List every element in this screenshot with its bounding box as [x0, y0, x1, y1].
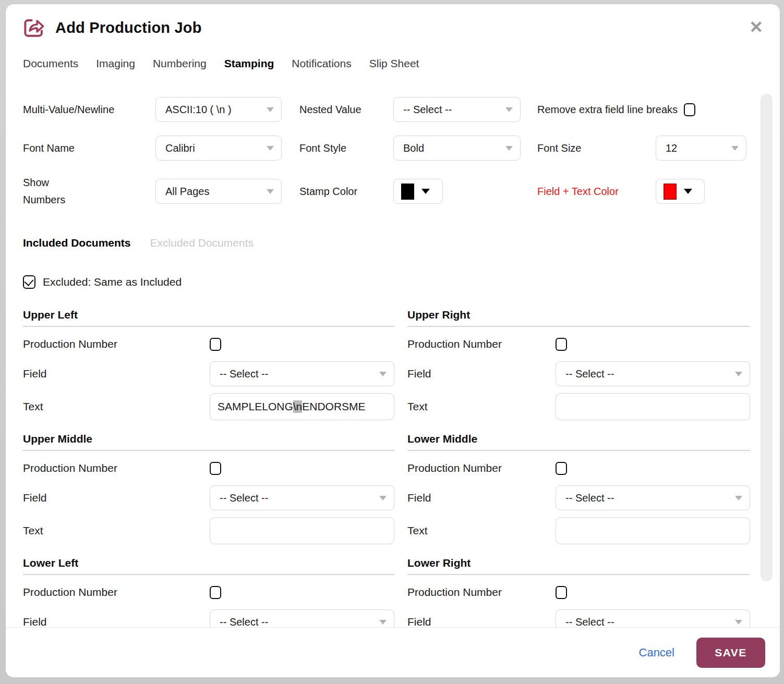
- remove-breaks-row: Remove extra field line breaks: [537, 103, 756, 116]
- text-input[interactable]: SAMPLELONG\nENDORSME: [210, 393, 394, 420]
- font-size-select[interactable]: 12: [656, 136, 746, 161]
- font-size-label: Font Size: [537, 142, 656, 154]
- modal-footer: Cancel SAVE: [6, 627, 780, 677]
- section-title: Upper Left: [23, 309, 394, 327]
- field-label: Field: [407, 492, 556, 504]
- chevron-down-icon: [379, 620, 387, 625]
- add-production-job-modal: Add Production Job ✕ Documents Imaging N…: [5, 4, 780, 678]
- remove-breaks-checkbox[interactable]: [684, 103, 695, 116]
- tab-notifications[interactable]: Notifications: [292, 57, 351, 70]
- close-icon[interactable]: ✕: [749, 19, 763, 35]
- production-number-checkbox[interactable]: [556, 462, 567, 475]
- font-size-row: Font Size 12: [537, 136, 756, 161]
- chevron-down-icon: [421, 189, 430, 194]
- chevron-down-icon: [267, 107, 274, 112]
- stamping-settings: Multi-Value/Newline ASCII:10 ( \n ) Nest…: [23, 97, 756, 209]
- field-select[interactable]: -- Select --: [210, 361, 394, 386]
- field-select[interactable]: -- Select --: [556, 485, 750, 510]
- chevron-down-icon: [731, 146, 739, 151]
- tab-numbering[interactable]: Numbering: [153, 57, 207, 70]
- stamp-color-swatch: [401, 184, 414, 200]
- section-title: Upper Right: [407, 309, 750, 327]
- production-number-label: Production Number: [23, 338, 210, 350]
- field-select[interactable]: -- Select --: [210, 485, 394, 510]
- field-label: Field: [23, 616, 210, 628]
- font-style-label: Font Style: [299, 142, 393, 154]
- tab-stamping[interactable]: Stamping: [224, 57, 274, 70]
- tab-slip-sheet[interactable]: Slip Sheet: [369, 57, 419, 70]
- stamp-color-picker[interactable]: [393, 179, 443, 204]
- text-input[interactable]: [210, 517, 394, 544]
- chevron-down-icon: [505, 107, 513, 112]
- text-label: Text: [23, 524, 210, 537]
- cancel-button[interactable]: Cancel: [639, 646, 674, 659]
- backdrop: Add Production Job ✕ Documents Imaging N…: [0, 0, 784, 684]
- field-text-color-swatch: [664, 184, 677, 200]
- section-upper-right: Upper Right Production Number Field-- Se…: [407, 309, 750, 420]
- tab-documents[interactable]: Documents: [23, 57, 78, 70]
- text-label: Text: [23, 400, 210, 413]
- nested-value-select[interactable]: -- Select --: [393, 97, 521, 122]
- tab-bar: Documents Imaging Numbering Stamping Not…: [23, 57, 756, 70]
- share-export-icon: [23, 17, 45, 39]
- tab-excluded-documents[interactable]: Excluded Documents: [150, 237, 254, 249]
- newline-token: \n: [293, 400, 303, 413]
- font-name-select[interactable]: Calibri: [155, 136, 282, 161]
- production-number-label: Production Number: [23, 462, 210, 474]
- vertical-scrollbar[interactable]: [761, 94, 773, 581]
- field-text-color-picker[interactable]: [656, 179, 705, 204]
- font-style-select[interactable]: Bold: [393, 136, 521, 161]
- chevron-down-icon: [735, 372, 742, 376]
- save-button[interactable]: SAVE: [696, 638, 765, 668]
- field-select[interactable]: -- Select --: [556, 361, 750, 386]
- section-lower-left: Lower Left Production Number Field-- Sel…: [23, 557, 394, 634]
- excluded-same-row: Excluded: Same as Included: [23, 275, 756, 289]
- show-numbers-select[interactable]: All Pages: [155, 179, 282, 204]
- production-number-checkbox[interactable]: [210, 338, 221, 351]
- text-input[interactable]: [556, 517, 750, 544]
- field-label: Field: [407, 616, 556, 628]
- font-name-label: Font Name: [23, 142, 155, 154]
- page-title: Add Production Job: [55, 19, 202, 36]
- section-title: Lower Left: [23, 557, 394, 575]
- modal-header: Add Production Job: [23, 17, 756, 39]
- production-number-label: Production Number: [407, 338, 556, 350]
- section-title: Lower Middle: [407, 433, 750, 451]
- section-lower-middle: Lower Middle Production Number Field-- S…: [407, 433, 750, 544]
- chevron-down-icon: [379, 372, 387, 376]
- production-number-checkbox[interactable]: [210, 462, 221, 475]
- field-label: Field: [23, 492, 210, 504]
- production-number-checkbox[interactable]: [210, 586, 221, 599]
- chevron-down-icon: [735, 496, 742, 500]
- nested-value-label: Nested Value: [299, 104, 393, 116]
- section-lower-right: Lower Right Production Number Field-- Se…: [407, 557, 750, 634]
- section-upper-middle: Upper Middle Production Number Field-- S…: [23, 433, 394, 544]
- chevron-down-icon: [379, 496, 387, 500]
- stamp-positions-grid: Upper Left Production Number Field-- Sel…: [23, 309, 756, 647]
- show-numbers-label: Show Numbers: [23, 174, 86, 209]
- tab-imaging[interactable]: Imaging: [96, 57, 135, 70]
- excluded-same-checkbox[interactable]: [23, 275, 35, 289]
- chevron-down-icon: [735, 620, 742, 625]
- field-label: Field: [407, 368, 556, 380]
- production-number-label: Production Number: [407, 586, 556, 598]
- text-input[interactable]: [556, 393, 750, 420]
- field-text-color-label: Field + Text Color: [537, 186, 656, 198]
- document-sub-tabs: Included Documents Excluded Documents: [23, 237, 756, 249]
- chevron-down-icon: [267, 189, 274, 194]
- text-label: Text: [407, 524, 556, 537]
- stamp-color-label: Stamp Color: [299, 186, 393, 198]
- section-title: Upper Middle: [23, 433, 394, 451]
- multi-value-newline-label: Multi-Value/Newline: [23, 104, 155, 116]
- chevron-down-icon: [684, 189, 692, 194]
- section-upper-left: Upper Left Production Number Field-- Sel…: [23, 309, 394, 420]
- multi-value-newline-select[interactable]: ASCII:10 ( \n ): [155, 97, 282, 122]
- production-number-label: Production Number: [23, 586, 210, 598]
- production-number-checkbox[interactable]: [556, 338, 567, 351]
- text-label: Text: [407, 400, 556, 413]
- production-number-checkbox[interactable]: [556, 586, 567, 599]
- field-label: Field: [23, 368, 210, 380]
- remove-breaks-label: Remove extra field line breaks: [537, 104, 678, 116]
- section-title: Lower Right: [407, 557, 750, 575]
- tab-included-documents[interactable]: Included Documents: [23, 237, 131, 249]
